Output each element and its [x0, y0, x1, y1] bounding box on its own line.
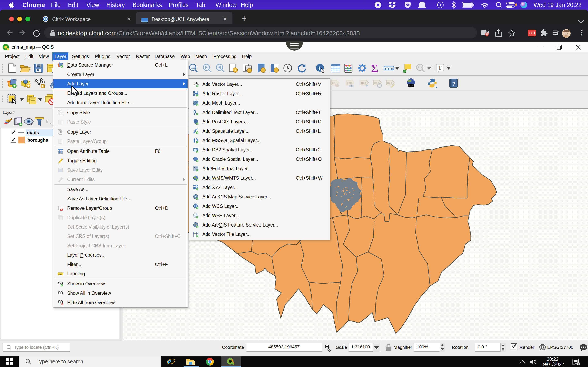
svg-text:1:1: 1:1 — [191, 66, 196, 69]
svg-text:V: V — [193, 81, 196, 86]
svg-text:9: 9 — [193, 109, 196, 115]
svg-text:abc: abc — [347, 81, 352, 84]
svg-text:abc: abc — [387, 81, 392, 84]
svg-text:e: e — [168, 358, 171, 366]
svg-text:ab: ab — [332, 81, 336, 84]
svg-text:Σ: Σ — [371, 63, 378, 73]
svg-text:i: i — [319, 65, 320, 71]
svg-text:ε: ε — [46, 118, 48, 124]
svg-text:?: ? — [452, 81, 456, 87]
svg-text:1: 1 — [578, 362, 579, 365]
svg-text:abc: abc — [361, 81, 366, 84]
svg-text:abc: abc — [58, 273, 62, 275]
svg-text:T: T — [438, 65, 441, 71]
